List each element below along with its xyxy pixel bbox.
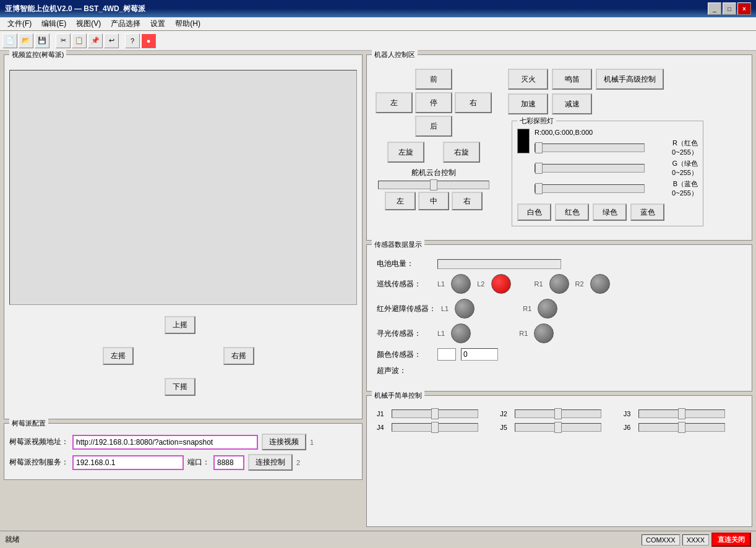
sensor-title: 传感器数据显示 <box>372 240 424 249</box>
ptz-right-button[interactable]: 右 <box>452 192 483 210</box>
joystick-down-button[interactable]: 下摇 <box>165 378 195 396</box>
toolbar-cut[interactable]: ✂ <box>56 33 71 48</box>
toolbar-paste[interactable]: 📌 <box>88 33 103 48</box>
line-l1-light <box>451 274 471 294</box>
color-value-input[interactable] <box>461 348 498 361</box>
obstacle-l1-light <box>455 299 475 319</box>
menu-product[interactable]: 产品选择 <box>106 17 145 30</box>
sensor-group: 传感器数据显示 电池电量： 巡线传感器： L1 L2 R1 R2 <box>366 244 752 392</box>
stop-button[interactable]: 停 <box>415 92 452 113</box>
toolbar-undo[interactable]: ↩ <box>104 33 119 48</box>
blue-button[interactable]: 蓝色 <box>630 203 664 221</box>
battery-bar <box>437 259 561 269</box>
line-r2-label: R2 <box>575 280 584 288</box>
menu-edit[interactable]: 编辑(E) <box>37 17 71 30</box>
arm-j5-label: J5 <box>500 424 512 431</box>
sensor-section: 电池电量： 巡线传感器： L1 L2 R1 R2 <box>372 254 747 386</box>
close-connection-button[interactable]: 直连关闭 <box>711 533 751 547</box>
video-monitor-group: 视频监控(树莓派) 上摇 左摇 右摇 下摇 <box>4 54 363 419</box>
minimize-button[interactable]: _ <box>708 2 721 15</box>
toolbar-new[interactable]: 📄 <box>2 33 17 48</box>
toolbar-save[interactable]: 💾 <box>35 33 49 48</box>
menu-settings[interactable]: 设置 <box>145 17 170 30</box>
turn-right-button[interactable]: 右 <box>455 92 492 113</box>
port-input[interactable] <box>213 455 244 470</box>
video-monitor-title: 视频监控(树莓派) <box>9 50 66 59</box>
arm-j4-row: J4 <box>377 423 495 432</box>
menu-file[interactable]: 文件(F) <box>2 17 37 30</box>
status-right: COMXXX XXXX 直连关闭 <box>642 533 751 547</box>
port-label: 端口： <box>187 457 210 468</box>
left-panel: 视频监控(树莓派) 上摇 左摇 右摇 下摇 树莓派配置 树莓派视频地址： 连接视… <box>4 54 363 527</box>
green-slider[interactable] <box>535 164 645 173</box>
blue-slider[interactable] <box>535 184 645 193</box>
white-button[interactable]: 白色 <box>517 203 551 221</box>
turn-left-button[interactable]: 左 <box>376 92 413 113</box>
connect-control-button[interactable]: 连接控制 <box>248 454 293 471</box>
ptz-slider-row <box>378 181 489 189</box>
green-slider-row: G（绿色0~255） <box>535 159 698 178</box>
rainbow-title: 七彩探照灯 <box>517 116 556 126</box>
line-l1-label: L1 <box>437 280 445 288</box>
rotate-left-button[interactable]: 左旋 <box>387 142 424 163</box>
close-button[interactable]: × <box>737 2 751 15</box>
ip-input[interactable] <box>72 455 184 470</box>
accelerate-button[interactable]: 加速 <box>508 93 548 114</box>
arm-advanced-button[interactable]: 机械手高级控制 <box>596 69 664 90</box>
rgb-value-label: R:000,G:000,B:000 <box>535 129 698 136</box>
toolbar-copy[interactable]: 📋 <box>72 33 87 48</box>
color-label: 颜色传感器： <box>377 349 432 360</box>
arm-j4-slider[interactable] <box>392 423 478 432</box>
video-url-input[interactable] <box>72 435 258 450</box>
maximize-button[interactable]: □ <box>723 2 736 15</box>
rotate-right-button[interactable]: 右旋 <box>443 142 480 163</box>
menu-view[interactable]: 视图(V) <box>71 17 106 30</box>
joystick-up-button[interactable]: 上摇 <box>165 316 195 334</box>
ptz-left-button[interactable]: 左 <box>385 192 416 210</box>
joystick-right-button[interactable]: 右摇 <box>223 347 254 365</box>
toolbar-help[interactable]: ? <box>125 33 140 48</box>
horn-button[interactable]: 鸣笛 <box>552 69 592 90</box>
red-slider[interactable] <box>535 143 645 152</box>
toolbar-open[interactable]: 📂 <box>19 33 33 48</box>
obstacle-r1-light <box>538 299 557 319</box>
light-r1-label: R1 <box>519 330 528 337</box>
fire-button[interactable]: 灭火 <box>508 69 548 90</box>
forward-button[interactable]: 前 <box>415 69 452 90</box>
arm-j6-row: J6 <box>624 423 742 432</box>
blue-label: B（蓝色0~255） <box>647 179 698 198</box>
backward-button[interactable]: 后 <box>415 116 452 137</box>
menu-help[interactable]: 帮助(H) <box>170 17 205 30</box>
rasp-config-group: 树莓派配置 树莓派视频地址： 连接视频 1 树莓派控制服务： 端口： 连接控制 … <box>4 423 363 480</box>
ptz-center-button[interactable]: 中 <box>418 192 449 210</box>
arm-j3-slider[interactable] <box>638 409 725 418</box>
decelerate-button[interactable]: 减速 <box>552 93 592 114</box>
red-button[interactable]: 红色 <box>555 203 589 221</box>
green-button[interactable]: 绿色 <box>593 203 627 221</box>
line-l2-label: L2 <box>477 280 484 288</box>
arm-j2-slider[interactable] <box>515 409 601 418</box>
line-label: 巡线传感器： <box>377 279 432 289</box>
joystick-left-button[interactable]: 左摇 <box>103 347 134 365</box>
color-buttons: 白色 红色 绿色 蓝色 <box>517 203 698 221</box>
status-bar: 就绪 COMXXX XXXX 直连关闭 <box>0 531 756 548</box>
robot-control-title: 机器人控制区 <box>372 50 418 59</box>
color-sensor-row: 颜色传感器： <box>377 348 742 361</box>
arm-j1-slider[interactable] <box>392 409 478 418</box>
accel-decel-row: 加速 减速 <box>508 93 707 114</box>
joystick-area: 上摇 左摇 右摇 下摇 <box>4 310 362 409</box>
arm-j6-slider[interactable] <box>638 423 725 432</box>
extra-buttons: 灭火 鸣笛 机械手高级控制 加速 减速 七彩探照灯 <box>508 69 707 231</box>
arm-j5-slider[interactable] <box>515 423 601 432</box>
window-controls[interactable]: _ □ × <box>708 2 751 15</box>
fire-horn-row: 灭火 鸣笛 机械手高级控制 <box>508 69 707 90</box>
com-label: COMXXX <box>642 534 680 546</box>
arm-sliders: J1 J2 J3 J4 <box>377 409 742 432</box>
battery-label: 电池电量： <box>377 259 432 269</box>
obstacle-label: 红外避障传感器： <box>377 304 436 314</box>
arm-j3-row: J3 <box>624 409 742 418</box>
connect-video-button[interactable]: 连接视频 <box>262 434 306 450</box>
toolbar-record[interactable]: ● <box>141 33 156 48</box>
light-r1-light <box>534 323 554 343</box>
ptz-horizontal-slider[interactable] <box>378 181 489 189</box>
